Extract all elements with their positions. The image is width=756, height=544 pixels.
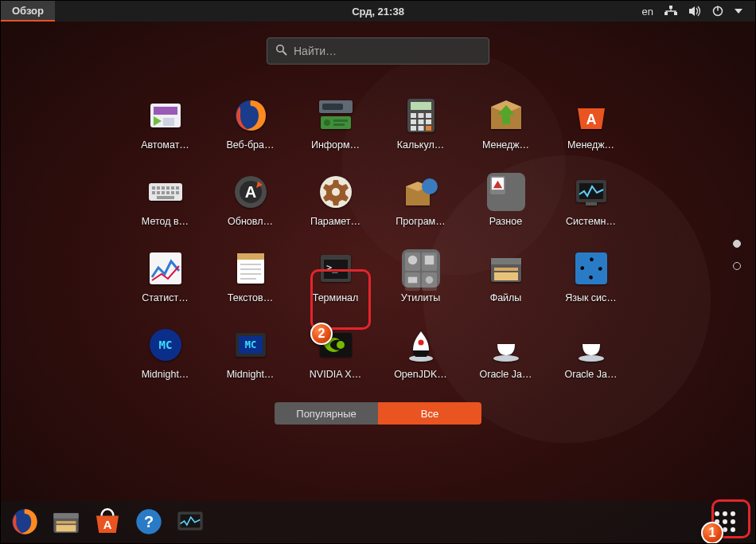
svg-text:?: ? <box>144 513 154 530</box>
app-icon <box>317 96 355 135</box>
app-folder-misc[interactable]: Разное <box>472 173 540 227</box>
app-software-updater[interactable]: A Обновл… <box>216 173 284 227</box>
svg-point-91 <box>418 340 423 346</box>
gear-icon <box>317 173 355 211</box>
svg-point-57 <box>422 178 438 194</box>
svg-rect-62 <box>586 202 597 205</box>
page-dot-1[interactable] <box>733 240 741 248</box>
svg-rect-43 <box>157 191 160 194</box>
tab-all[interactable]: Все <box>378 402 481 425</box>
svg-point-93 <box>579 355 604 362</box>
system-tray: en <box>642 6 755 18</box>
app-input-method[interactable]: Метод в… <box>131 173 199 227</box>
svg-rect-15 <box>322 104 343 110</box>
app-automat[interactable]: Автомат… <box>131 96 199 151</box>
mc-icon: MC <box>232 326 270 364</box>
svg-rect-45 <box>166 191 170 194</box>
globe-un-icon <box>572 249 610 288</box>
svg-rect-29 <box>418 126 423 131</box>
app-midnight-commander-1[interactable]: MC Midnight… <box>131 326 199 380</box>
svg-point-17 <box>324 119 330 126</box>
svg-rect-40 <box>171 186 174 190</box>
view-tabs: Популярные Все <box>275 402 481 425</box>
java-duke-icon <box>402 326 440 364</box>
svg-text:A: A <box>244 183 255 201</box>
app-calculator[interactable]: Калькул… <box>387 96 454 151</box>
svg-text:MC: MC <box>244 339 255 350</box>
show-applications-button[interactable] <box>707 504 742 539</box>
app-folder-utilities[interactable]: Утилиты <box>387 249 454 303</box>
svg-rect-98 <box>57 525 76 531</box>
firefox-icon <box>232 96 270 135</box>
app-package-manager[interactable]: Менедж… <box>472 96 540 151</box>
svg-rect-1 <box>664 12 668 15</box>
page-indicator[interactable] <box>733 240 741 270</box>
nvidia-icon <box>317 326 355 364</box>
volume-icon[interactable] <box>688 6 701 17</box>
svg-rect-47 <box>176 191 179 194</box>
activities-label: Обзор <box>12 5 44 17</box>
app-system-monitor[interactable]: Системн… <box>557 173 625 227</box>
power-icon[interactable] <box>712 6 723 17</box>
search-icon <box>275 44 287 59</box>
app-label: Информ… <box>311 139 360 151</box>
app-label: Менедж… <box>567 139 614 151</box>
page-dot-2[interactable] <box>733 262 741 270</box>
svg-text:A: A <box>586 112 596 127</box>
svg-rect-37 <box>157 186 160 190</box>
app-label: Обновл… <box>228 216 273 227</box>
folder-icon <box>402 249 440 288</box>
svg-rect-78 <box>491 258 521 264</box>
app-label: Калькул… <box>397 139 444 151</box>
svg-text:>_: >_ <box>326 262 338 273</box>
app-text-editor[interactable]: Текстов… <box>216 249 284 303</box>
app-label: Файлы <box>490 292 522 303</box>
svg-rect-96 <box>53 513 78 519</box>
search-field[interactable] <box>267 37 489 65</box>
svg-point-7 <box>277 45 283 51</box>
app-terminal[interactable]: >_ Терминал <box>302 249 369 303</box>
app-label: Midnight… <box>142 369 189 380</box>
app-oracle-java-1[interactable]: Oracle Ja… <box>472 326 540 380</box>
folder-icon <box>487 173 525 211</box>
app-label: Midnight… <box>227 369 275 380</box>
app-nvidia-settings[interactable]: NVIDIA X… <box>302 326 369 380</box>
tab-frequent[interactable]: Популярные <box>275 402 378 425</box>
dock-software-center[interactable]: A <box>90 504 125 539</box>
java-cup-icon <box>487 326 525 364</box>
monitor-icon <box>572 173 610 211</box>
svg-rect-27 <box>426 119 431 124</box>
app-openjdk[interactable]: OpenJDK… <box>387 326 454 380</box>
top-system-bar: Обзор Срд, 21:38 en <box>1 1 755 22</box>
svg-rect-97 <box>57 521 76 523</box>
input-language-indicator[interactable]: en <box>642 6 653 18</box>
svg-point-92 <box>493 355 519 362</box>
app-settings[interactable]: Парамет… <box>302 173 369 227</box>
app-power-statistics[interactable]: Статист… <box>131 249 199 303</box>
search-input[interactable] <box>294 45 481 57</box>
dock-files[interactable] <box>49 504 84 539</box>
app-software-center[interactable]: A Менедж… <box>557 96 625 151</box>
svg-rect-2 <box>674 12 677 15</box>
dock-firefox[interactable] <box>7 504 42 539</box>
svg-point-76 <box>425 276 433 284</box>
app-information[interactable]: Информ… <box>302 96 369 151</box>
dock-help[interactable]: ? <box>131 504 166 539</box>
svg-rect-21 <box>411 102 431 110</box>
network-icon[interactable] <box>664 6 677 17</box>
app-label: Парамет… <box>310 216 360 227</box>
svg-rect-65 <box>237 253 264 260</box>
app-label: NVIDIA X… <box>310 369 361 380</box>
app-files[interactable]: Файлы <box>472 249 540 303</box>
dock-system-monitor[interactable] <box>173 504 208 539</box>
app-oracle-java-2[interactable]: Oracle Ja… <box>557 326 625 380</box>
activities-overview-button[interactable]: Обзор <box>1 1 55 22</box>
chevron-down-icon[interactable] <box>735 8 742 14</box>
svg-marker-6 <box>735 9 742 14</box>
box-globe-icon <box>402 173 440 211</box>
app-firefox[interactable]: Веб-бра… <box>216 96 284 151</box>
svg-rect-41 <box>176 186 179 190</box>
app-software-sources[interactable]: Програм… <box>387 173 454 227</box>
app-language-support[interactable]: Язык сис… <box>557 249 625 303</box>
app-midnight-commander-2[interactable]: MC Midnight… <box>216 326 284 380</box>
